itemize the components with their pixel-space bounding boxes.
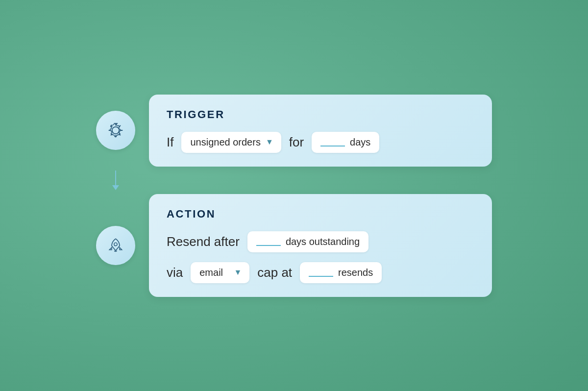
workflow-container: TRIGGER If unsigned orders ▼ for days — [96, 95, 492, 297]
trigger-row: TRIGGER If unsigned orders ▼ for days — [96, 95, 492, 167]
cap-at-label: cap at — [257, 265, 292, 280]
if-label: If — [167, 135, 173, 150]
days-outstanding-input-box[interactable]: days outstanding — [247, 231, 368, 252]
trigger-card: TRIGGER If unsigned orders ▼ for days — [149, 95, 492, 167]
rocket-icon — [106, 236, 125, 255]
action-row: ACTION Resend after days outstanding via… — [96, 194, 492, 297]
connector-row — [96, 171, 135, 190]
svg-point-0 — [112, 127, 119, 134]
days-label: days — [350, 137, 370, 148]
chevron-down-icon: ▼ — [266, 138, 273, 147]
resends-label: resends — [338, 267, 373, 278]
dropdown-value: unsigned orders — [190, 137, 260, 148]
resends-underline — [309, 268, 333, 277]
days-input-underline — [320, 138, 345, 147]
trigger-title: TRIGGER — [167, 108, 474, 121]
email-dropdown[interactable]: email ▼ — [191, 262, 249, 283]
via-row: via email ▼ cap at resends — [167, 262, 474, 283]
resend-row: Resend after days outstanding — [167, 231, 474, 252]
action-title: ACTION — [167, 208, 474, 220]
resends-input-box[interactable]: resends — [300, 262, 382, 283]
for-label: for — [289, 135, 304, 150]
email-dropdown-value: email — [199, 267, 223, 278]
svg-point-1 — [114, 243, 117, 245]
days-outstanding-underline — [256, 237, 281, 246]
action-card: ACTION Resend after days outstanding via… — [149, 194, 492, 297]
trigger-content: If unsigned orders ▼ for days — [167, 132, 474, 153]
gear-icon — [106, 121, 125, 140]
email-chevron-down-icon: ▼ — [234, 268, 242, 277]
via-label: via — [167, 265, 183, 280]
resend-label: Resend after — [167, 234, 240, 249]
trigger-icon-circle — [96, 111, 135, 150]
trigger-condition-row: If unsigned orders ▼ for days — [167, 132, 474, 153]
connector-icon-col — [96, 171, 135, 190]
action-icon-circle — [96, 226, 135, 265]
days-input-box[interactable]: days — [312, 132, 379, 153]
days-outstanding-label: days outstanding — [286, 236, 360, 247]
down-arrow-icon — [112, 171, 119, 190]
unsigned-orders-dropdown[interactable]: unsigned orders ▼ — [181, 132, 281, 153]
action-content: Resend after days outstanding via email … — [167, 231, 474, 283]
